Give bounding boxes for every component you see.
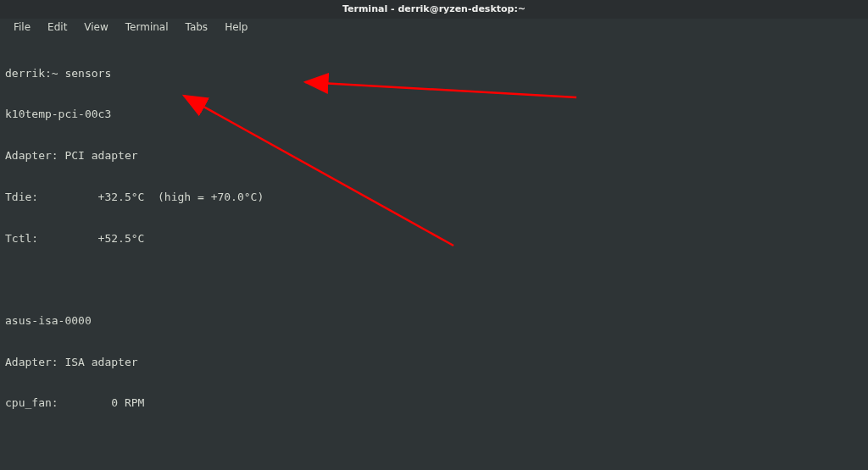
- window-titlebar: Terminal - derrik@ryzen-desktop:~: [0, 0, 868, 19]
- terminal-line: cpu_fan: 0 RPM: [5, 396, 863, 410]
- terminal-line: Adapter: PCI adapter: [5, 149, 863, 163]
- window-title: Terminal - derrik@ryzen-desktop:~: [342, 3, 526, 14]
- terminal-line: [5, 438, 863, 451]
- terminal-line: Adapter: ISA adapter: [5, 356, 863, 369]
- terminal-line: Tdie: +32.5°C (high = +70.0°C): [5, 191, 863, 204]
- menu-terminal[interactable]: Terminal: [117, 19, 177, 35]
- terminal-output[interactable]: derrik:~ sensors k10temp-pci-00c3 Adapte…: [0, 36, 868, 470]
- menu-edit[interactable]: Edit: [39, 19, 75, 35]
- terminal-line: [5, 273, 863, 286]
- menu-help[interactable]: Help: [216, 19, 256, 35]
- menu-tabs[interactable]: Tabs: [177, 19, 217, 35]
- terminal-line: derrik:~ sensors: [5, 67, 863, 80]
- terminal-line: Tctl: +52.5°C: [5, 232, 863, 246]
- menu-bar: File Edit View Terminal Tabs Help: [0, 19, 868, 36]
- terminal-line: asus-isa-0000: [5, 314, 863, 328]
- terminal-line: k10temp-pci-00c3: [5, 108, 863, 121]
- menu-view[interactable]: View: [75, 19, 116, 35]
- menu-file[interactable]: File: [5, 19, 39, 35]
